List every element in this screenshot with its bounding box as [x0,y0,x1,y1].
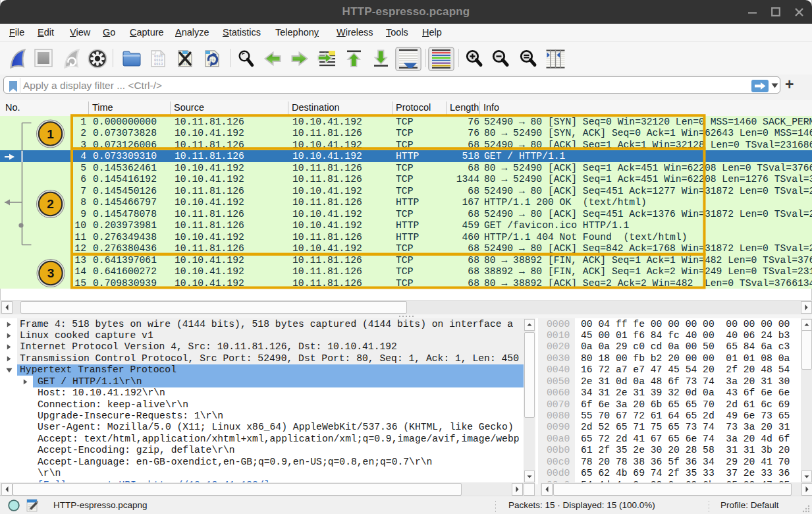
svg-text:0113: 0113 [154,62,163,67]
